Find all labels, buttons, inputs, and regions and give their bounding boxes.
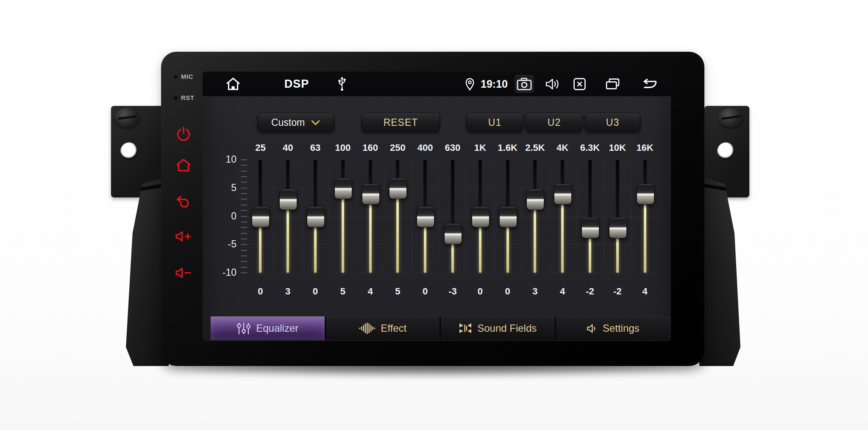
eq-track-upper [533, 160, 537, 191]
screenshot-button[interactable] [515, 72, 534, 96]
eq-band-10K[interactable] [604, 160, 631, 273]
eq-slider-knob[interactable] [472, 206, 490, 227]
recent-apps-button[interactable] [603, 72, 622, 96]
tab-equalizer[interactable]: Equalizer [211, 316, 325, 340]
eq-slider-knob[interactable] [362, 183, 380, 205]
clock: 19:10 [477, 72, 511, 96]
eq-slider-knob[interactable] [444, 223, 462, 244]
preset-dropdown[interactable]: Custom [257, 113, 334, 132]
volume-up-button[interactable] [174, 227, 193, 246]
eq-band-160[interactable] [356, 160, 384, 273]
scale-tick [241, 176, 247, 177]
gain-value-row: 0305450-30034-2-24 [247, 286, 659, 297]
bracket-screw-icon [114, 108, 140, 128]
mic-label: MIC [174, 73, 193, 80]
chevron-down-icon [311, 119, 320, 126]
eq-track-upper [506, 160, 509, 208]
eq-band-63[interactable] [302, 160, 329, 273]
eq-track-lower [369, 202, 372, 273]
eq-band-2.5K[interactable] [521, 160, 549, 273]
rst-label: RST [174, 94, 195, 101]
back-soft-button[interactable] [637, 72, 660, 96]
eq-track-lower [396, 197, 399, 273]
eq-track-upper [643, 160, 647, 185]
eq-slider-knob[interactable] [609, 217, 627, 239]
eq-slider-knob[interactable] [307, 206, 325, 227]
scale-tick [241, 165, 247, 166]
tab-settings[interactable]: Settings [556, 316, 670, 340]
eq-slider-knob[interactable] [279, 189, 297, 210]
tab-label: Settings [603, 322, 640, 334]
gain-value-400: 0 [412, 286, 439, 297]
freq-label-250: 250 [384, 142, 412, 153]
scale-label-10: 10 [214, 154, 236, 165]
status-bar: DSP 19:10 [203, 72, 671, 96]
volume-soft-button[interactable] [542, 72, 562, 96]
freq-label-10K: 10K [604, 142, 631, 153]
gain-value-2.5K: 3 [521, 286, 549, 297]
sliders-icon [236, 322, 251, 335]
close-app-button[interactable] [570, 72, 589, 96]
eq-track-lower [479, 225, 481, 273]
eq-track-upper [259, 160, 262, 208]
eq-slider-knob[interactable] [389, 178, 407, 199]
eq-band-16K[interactable] [631, 160, 659, 273]
reset-button[interactable]: RESET [362, 113, 440, 132]
eq-slider-knob[interactable] [554, 183, 572, 205]
eq-band-1K[interactable] [466, 160, 494, 273]
memory-button-u2[interactable]: U2 [526, 113, 583, 132]
freq-label-4K: 4K [549, 142, 576, 153]
memory-button-u3[interactable]: U3 [585, 113, 640, 132]
eq-band-630[interactable] [439, 160, 467, 273]
gain-value-40: 3 [274, 286, 302, 297]
eq-band-40[interactable] [274, 160, 302, 273]
eq-track-upper [286, 160, 289, 191]
eq-track-lower [616, 236, 619, 273]
eq-band-400[interactable] [412, 160, 439, 273]
rst-text: RST [181, 94, 195, 101]
eq-slider-knob[interactable] [417, 206, 434, 227]
freq-label-25: 25 [247, 142, 274, 153]
scale-tick [241, 188, 247, 189]
gain-value-4K: 4 [549, 286, 576, 297]
tab-label: Equalizer [256, 322, 298, 334]
eq-band-4K[interactable] [549, 160, 576, 273]
eq-band-100[interactable] [329, 160, 356, 273]
freq-label-400: 400 [412, 142, 439, 153]
freq-label-6.3K: 6.3K [576, 142, 604, 153]
power-button[interactable] [174, 125, 193, 143]
tab-sound-fields[interactable]: Sound Fields [441, 316, 555, 340]
eq-track-lower [561, 202, 564, 273]
rst-pinhole-icon [174, 96, 178, 100]
memory-button-u1[interactable]: U1 [466, 113, 523, 132]
tab-label: Sound Fields [477, 322, 537, 334]
eq-slider-knob[interactable] [499, 206, 517, 227]
eq-slider-knob[interactable] [334, 178, 352, 199]
eq-track-lower [287, 208, 289, 273]
home-hard-button[interactable] [174, 156, 193, 175]
eq-band-250[interactable] [384, 160, 412, 273]
page-title: DSP [279, 72, 314, 96]
eq-slider-knob[interactable] [526, 189, 544, 210]
eq-slider-knob[interactable] [637, 183, 654, 205]
gain-value-1K: 0 [466, 286, 494, 297]
memory-button-label: U1 [488, 117, 501, 128]
gain-value-160: 4 [356, 286, 384, 297]
tab-effect[interactable]: Effect [326, 316, 440, 340]
gain-value-630: -3 [439, 286, 467, 297]
bracket-hole-icon [120, 142, 138, 160]
gain-value-10K: -2 [604, 286, 631, 297]
eq-band-1.6K[interactable] [494, 160, 521, 273]
volume-down-button[interactable] [174, 264, 193, 282]
scale-tick [241, 193, 247, 194]
eq-slider-knob[interactable] [252, 206, 270, 227]
freq-label-160: 160 [356, 142, 384, 153]
eq-band-6.3K[interactable] [576, 160, 604, 273]
gain-value-25: 0 [247, 286, 274, 297]
memory-button-label: U2 [548, 117, 561, 128]
eq-slider-knob[interactable] [581, 217, 599, 239]
bezel-control-column: MIC RST [168, 68, 201, 305]
eq-band-25[interactable] [247, 160, 274, 273]
home-soft-button[interactable] [222, 72, 244, 96]
back-hard-button[interactable] [174, 191, 193, 210]
